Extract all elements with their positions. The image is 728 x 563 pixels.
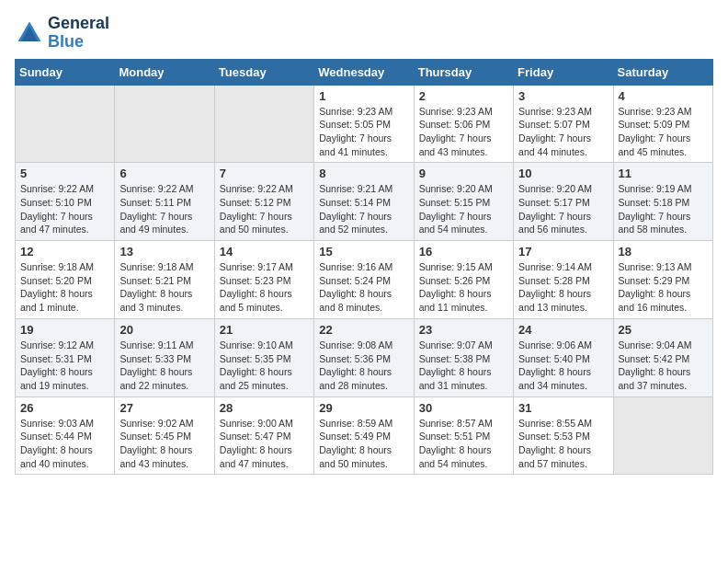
calendar-cell: 19Sunrise: 9:12 AM Sunset: 5:31 PM Dayli… [16, 318, 115, 396]
week-row-5: 26Sunrise: 9:03 AM Sunset: 5:44 PM Dayli… [16, 396, 713, 475]
day-number: 25 [619, 323, 708, 337]
day-number: 8 [319, 167, 408, 180]
calendar-cell: 27Sunrise: 9:02 AM Sunset: 5:45 PM Dayli… [115, 396, 214, 475]
calendar-cell: 25Sunrise: 9:04 AM Sunset: 5:42 PM Dayli… [613, 318, 712, 396]
cell-daylight-info: Sunrise: 8:55 AM Sunset: 5:53 PM Dayligh… [518, 417, 608, 471]
day-number: 2 [419, 89, 508, 103]
logo: General Blue [15, 15, 109, 52]
calendar-cell: 11Sunrise: 9:19 AM Sunset: 5:18 PM Dayli… [613, 163, 712, 241]
cell-daylight-info: Sunrise: 9:03 AM Sunset: 5:44 PM Dayligh… [20, 417, 109, 471]
cell-daylight-info: Sunrise: 9:15 AM Sunset: 5:26 PM Dayligh… [419, 260, 508, 315]
cell-daylight-info: Sunrise: 9:23 AM Sunset: 5:07 PM Dayligh… [518, 105, 608, 159]
day-number: 26 [20, 401, 109, 415]
cell-daylight-info: Sunrise: 9:00 AM Sunset: 5:47 PM Dayligh… [220, 417, 309, 471]
day-number: 22 [319, 323, 408, 337]
weekday-saturday: Saturday [613, 59, 712, 85]
weekday-friday: Friday [514, 59, 613, 85]
calendar-cell: 30Sunrise: 8:57 AM Sunset: 5:51 PM Dayli… [414, 396, 513, 475]
calendar-cell: 3Sunrise: 9:23 AM Sunset: 5:07 PM Daylig… [514, 85, 613, 163]
calendar-cell: 7Sunrise: 9:22 AM Sunset: 5:12 PM Daylig… [214, 163, 313, 241]
cell-daylight-info: Sunrise: 9:13 AM Sunset: 5:29 PM Dayligh… [619, 260, 708, 315]
cell-daylight-info: Sunrise: 9:20 AM Sunset: 5:15 PM Dayligh… [419, 182, 508, 236]
calendar-cell: 8Sunrise: 9:21 AM Sunset: 5:14 PM Daylig… [314, 163, 414, 241]
calendar-cell: 9Sunrise: 9:20 AM Sunset: 5:15 PM Daylig… [414, 163, 513, 241]
day-number: 29 [319, 401, 408, 415]
calendar-cell [613, 396, 712, 475]
calendar-cell: 6Sunrise: 9:22 AM Sunset: 5:11 PM Daylig… [115, 163, 214, 241]
calendar-cell: 2Sunrise: 9:23 AM Sunset: 5:06 PM Daylig… [414, 85, 513, 163]
cell-daylight-info: Sunrise: 9:06 AM Sunset: 5:40 PM Dayligh… [518, 339, 608, 393]
weekday-tuesday: Tuesday [214, 59, 313, 85]
day-number: 13 [119, 245, 209, 259]
cell-daylight-info: Sunrise: 9:18 AM Sunset: 5:20 PM Dayligh… [20, 260, 109, 315]
weekday-monday: Monday [115, 59, 214, 85]
week-row-2: 5Sunrise: 9:22 AM Sunset: 5:10 PM Daylig… [16, 163, 713, 241]
week-row-3: 12Sunrise: 9:18 AM Sunset: 5:20 PM Dayli… [16, 241, 713, 319]
cell-daylight-info: Sunrise: 9:22 AM Sunset: 5:10 PM Dayligh… [20, 182, 109, 236]
calendar-cell: 31Sunrise: 8:55 AM Sunset: 5:53 PM Dayli… [514, 396, 613, 475]
page-header: General Blue [15, 15, 713, 52]
day-number: 31 [518, 401, 608, 415]
calendar-cell: 1Sunrise: 9:23 AM Sunset: 5:05 PM Daylig… [314, 85, 414, 163]
calendar-cell: 24Sunrise: 9:06 AM Sunset: 5:40 PM Dayli… [514, 318, 613, 396]
logo-icon [15, 18, 44, 48]
calendar-cell [115, 85, 214, 163]
day-number: 1 [319, 89, 408, 103]
day-number: 17 [518, 245, 608, 259]
cell-daylight-info: Sunrise: 9:19 AM Sunset: 5:18 PM Dayligh… [619, 182, 708, 236]
cell-daylight-info: Sunrise: 8:59 AM Sunset: 5:49 PM Dayligh… [319, 417, 408, 471]
week-row-4: 19Sunrise: 9:12 AM Sunset: 5:31 PM Dayli… [16, 318, 713, 396]
cell-daylight-info: Sunrise: 9:12 AM Sunset: 5:31 PM Dayligh… [20, 339, 109, 393]
cell-daylight-info: Sunrise: 9:18 AM Sunset: 5:21 PM Dayligh… [119, 260, 209, 315]
calendar-cell: 14Sunrise: 9:17 AM Sunset: 5:23 PM Dayli… [214, 241, 313, 319]
calendar: SundayMondayTuesdayWednesdayThursdayFrid… [15, 59, 713, 476]
calendar-cell [16, 85, 115, 163]
day-number: 10 [518, 167, 608, 180]
calendar-cell: 15Sunrise: 9:16 AM Sunset: 5:24 PM Dayli… [314, 241, 414, 319]
cell-daylight-info: Sunrise: 9:23 AM Sunset: 5:05 PM Dayligh… [319, 105, 408, 159]
day-number: 15 [319, 245, 408, 259]
day-number: 21 [220, 323, 309, 337]
calendar-cell [214, 85, 313, 163]
day-number: 4 [619, 89, 708, 103]
day-number: 16 [419, 245, 508, 259]
cell-daylight-info: Sunrise: 9:14 AM Sunset: 5:28 PM Dayligh… [518, 260, 608, 315]
weekday-wednesday: Wednesday [314, 59, 414, 85]
calendar-cell: 10Sunrise: 9:20 AM Sunset: 5:17 PM Dayli… [514, 163, 613, 241]
logo-text: General Blue [48, 15, 109, 52]
cell-daylight-info: Sunrise: 9:11 AM Sunset: 5:33 PM Dayligh… [119, 339, 209, 393]
calendar-body: 1Sunrise: 9:23 AM Sunset: 5:05 PM Daylig… [16, 85, 713, 475]
day-number: 6 [119, 167, 209, 180]
cell-daylight-info: Sunrise: 9:10 AM Sunset: 5:35 PM Dayligh… [220, 339, 309, 393]
calendar-cell: 12Sunrise: 9:18 AM Sunset: 5:20 PM Dayli… [16, 241, 115, 319]
calendar-cell: 18Sunrise: 9:13 AM Sunset: 5:29 PM Dayli… [613, 241, 712, 319]
day-number: 3 [518, 89, 608, 103]
calendar-cell: 5Sunrise: 9:22 AM Sunset: 5:10 PM Daylig… [16, 163, 115, 241]
calendar-cell: 16Sunrise: 9:15 AM Sunset: 5:26 PM Dayli… [414, 241, 513, 319]
calendar-cell: 20Sunrise: 9:11 AM Sunset: 5:33 PM Dayli… [115, 318, 214, 396]
calendar-cell: 22Sunrise: 9:08 AM Sunset: 5:36 PM Dayli… [314, 318, 414, 396]
weekday-sunday: Sunday [16, 59, 115, 85]
calendar-cell: 13Sunrise: 9:18 AM Sunset: 5:21 PM Dayli… [115, 241, 214, 319]
cell-daylight-info: Sunrise: 9:23 AM Sunset: 5:09 PM Dayligh… [619, 105, 708, 159]
cell-daylight-info: Sunrise: 9:04 AM Sunset: 5:42 PM Dayligh… [619, 339, 708, 393]
cell-daylight-info: Sunrise: 9:20 AM Sunset: 5:17 PM Dayligh… [518, 182, 608, 236]
day-number: 20 [119, 323, 209, 337]
cell-daylight-info: Sunrise: 9:23 AM Sunset: 5:06 PM Dayligh… [419, 105, 508, 159]
day-number: 28 [220, 401, 309, 415]
calendar-cell: 26Sunrise: 9:03 AM Sunset: 5:44 PM Dayli… [16, 396, 115, 475]
day-number: 23 [419, 323, 508, 337]
calendar-cell: 21Sunrise: 9:10 AM Sunset: 5:35 PM Dayli… [214, 318, 313, 396]
cell-daylight-info: Sunrise: 9:16 AM Sunset: 5:24 PM Dayligh… [319, 260, 408, 315]
day-number: 27 [119, 401, 209, 415]
cell-daylight-info: Sunrise: 9:22 AM Sunset: 5:11 PM Dayligh… [119, 182, 209, 236]
cell-daylight-info: Sunrise: 9:17 AM Sunset: 5:23 PM Dayligh… [220, 260, 309, 315]
calendar-cell: 23Sunrise: 9:07 AM Sunset: 5:38 PM Dayli… [414, 318, 513, 396]
calendar-cell: 28Sunrise: 9:00 AM Sunset: 5:47 PM Dayli… [214, 396, 313, 475]
weekday-thursday: Thursday [414, 59, 513, 85]
day-number: 18 [619, 245, 708, 259]
cell-daylight-info: Sunrise: 9:08 AM Sunset: 5:36 PM Dayligh… [319, 339, 408, 393]
day-number: 14 [220, 245, 309, 259]
calendar-cell: 29Sunrise: 8:59 AM Sunset: 5:49 PM Dayli… [314, 396, 414, 475]
day-number: 11 [619, 167, 708, 180]
